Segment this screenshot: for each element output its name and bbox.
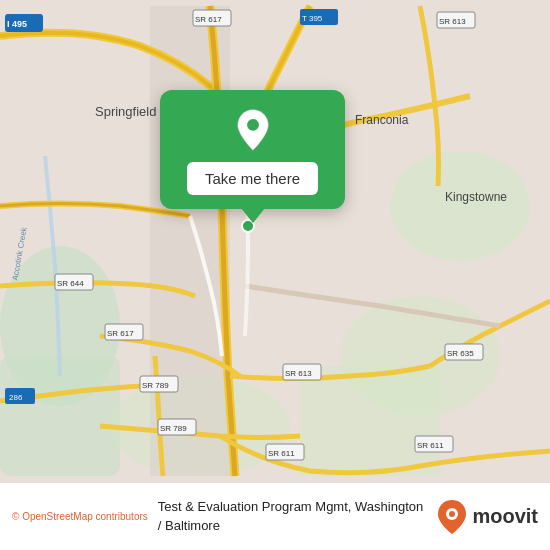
openstreetmap-link[interactable]: OpenStreetMap	[22, 511, 93, 522]
location-pin-icon	[231, 108, 275, 152]
svg-text:SR 644: SR 644	[57, 279, 84, 288]
svg-text:SR 635: SR 635	[447, 349, 474, 358]
take-me-there-button[interactable]: Take me there	[187, 162, 318, 195]
svg-text:SR 611: SR 611	[417, 441, 444, 450]
moovit-brand-text: moovit	[472, 505, 538, 528]
svg-text:SR 789: SR 789	[142, 381, 169, 390]
svg-text:Springfield: Springfield	[95, 104, 156, 119]
popup-card: Take me there	[160, 90, 345, 209]
svg-text:286: 286	[9, 393, 23, 402]
svg-text:Kingstowne: Kingstowne	[445, 190, 507, 204]
location-name: Test & Evaluation Program Mgmt, Washingt…	[158, 499, 423, 532]
attribution: © OpenStreetMap contributors	[12, 511, 148, 522]
svg-point-41	[449, 511, 455, 517]
svg-text:SR 617: SR 617	[195, 15, 222, 24]
svg-point-3	[390, 151, 530, 261]
svg-text:T 395: T 395	[302, 14, 323, 23]
moovit-logo: moovit	[436, 498, 538, 536]
svg-text:I 495: I 495	[7, 19, 27, 29]
moovit-brand-icon	[436, 498, 468, 536]
svg-rect-5	[300, 366, 440, 476]
bottom-bar: © OpenStreetMap contributors Test & Eval…	[0, 482, 550, 550]
svg-text:SR 789: SR 789	[160, 424, 187, 433]
svg-text:SR 617: SR 617	[107, 329, 134, 338]
svg-text:Franconia: Franconia	[355, 113, 409, 127]
svg-text:SR 611: SR 611	[268, 449, 295, 458]
svg-text:SR 613: SR 613	[439, 17, 466, 26]
location-info: Test & Evaluation Program Mgmt, Washingt…	[148, 498, 437, 534]
attribution-suffix: contributors	[96, 511, 148, 522]
svg-point-39	[247, 119, 259, 131]
app: I 495 SR 617 T 395 SR 613 SR 644 SR 617 …	[0, 0, 550, 550]
map-container[interactable]: I 495 SR 617 T 395 SR 613 SR 644 SR 617 …	[0, 0, 550, 482]
svg-text:SR 613: SR 613	[285, 369, 312, 378]
copyright-symbol: ©	[12, 511, 19, 522]
